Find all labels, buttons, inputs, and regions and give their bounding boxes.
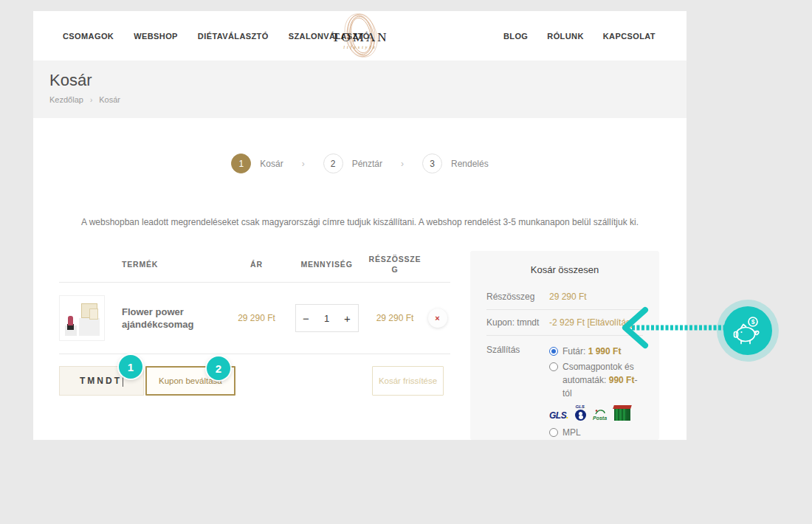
- courier-label: Futár:: [562, 346, 585, 356]
- text-cursor: [123, 375, 123, 387]
- step-separator-icon: ›: [302, 159, 305, 169]
- logo-wordmark: TOMAN: [331, 30, 388, 44]
- remove-item-button[interactable]: ×: [428, 308, 447, 328]
- breadcrumb: Kezdőlap › Kosár: [49, 95, 687, 104]
- thumbnail-box: [89, 308, 98, 320]
- step-1-label: Kosár: [260, 159, 283, 169]
- cart-table: TERMÉK ÁR MENNYISÉG RÉSZÖSSZEG Flower po…: [59, 249, 450, 396]
- nav-item-blog[interactable]: BLOG: [503, 32, 528, 41]
- shipping-row: Szállítás Futár: 1 990 Ft Csomagpontok é…: [486, 336, 643, 440]
- step-1-circle: 1: [231, 154, 251, 173]
- cart-table-header: TERMÉK ÁR MENNYISÉG RÉSZÖSSZEG: [59, 249, 450, 283]
- close-icon: ×: [435, 314, 439, 323]
- shipping-option-mpl[interactable]: MPL házhozszállítás: 1 990 Ft: [549, 426, 643, 440]
- breadcrumb-home[interactable]: Kezdőlap: [49, 95, 83, 104]
- coupon-row: TMNDT Kupon beváltása Kosár frissítése: [59, 366, 450, 396]
- radio-mpl[interactable]: [549, 428, 558, 437]
- shipping-notice: A webshopban leadott megrendeléseket csa…: [33, 217, 687, 227]
- shipping-options: Futár: 1 990 Ft Csomagpontok és automatá…: [549, 345, 643, 440]
- product-subtotal: 29 290 Ft: [365, 313, 424, 323]
- column-header-subtotal: RÉSZÖSSZEG: [365, 254, 424, 275]
- step-kosar: 1 Kosár: [231, 154, 283, 173]
- product-price: 29 290 Ft: [225, 313, 288, 323]
- nav-item-kapcsolat[interactable]: KAPCSOLAT: [603, 32, 656, 41]
- toman-logo[interactable]: TOMAN lifestyle: [320, 13, 401, 61]
- shipping-label: Szállítás: [486, 345, 549, 440]
- nav-item-webshop[interactable]: WEBSHOP: [134, 32, 178, 41]
- cart-page: { "brand": { "name": "TOMAN", "tagline":…: [0, 0, 812, 524]
- piggy-bank-icon: $: [723, 306, 772, 355]
- cart-item-row: Flower power ajándékcsomag 29 290 Ft − 1…: [59, 283, 450, 354]
- quantity-increase-button[interactable]: +: [337, 312, 358, 325]
- radio-pickup[interactable]: [549, 362, 558, 371]
- step-3-circle: 3: [422, 154, 442, 173]
- logo-tagline: lifestyle: [343, 45, 377, 49]
- step-rendeles: 3 Rendelés: [422, 154, 489, 173]
- page-title: Kosár: [49, 71, 687, 90]
- site-header: CSOMAGOK WEBSHOP DIÉTAVÁLASZTÓ SZALONVÁL…: [33, 11, 687, 61]
- product-name-link[interactable]: Flower power ajándékcsomag: [114, 306, 225, 331]
- quantity-stepper: − 1 +: [295, 304, 359, 332]
- shipping-option-pickup[interactable]: Csomagpontok és automaták: 990 Ft-tól: [549, 360, 643, 400]
- magyar-posta-logo: Posta: [593, 409, 607, 421]
- update-cart-button[interactable]: Kosár frissítése: [372, 366, 444, 396]
- step-2-label: Pénztár: [352, 159, 382, 169]
- breadcrumb-separator-icon: ›: [90, 96, 92, 104]
- breadcrumb-current: Kosár: [99, 95, 120, 104]
- courier-price: 1 990 Ft: [588, 346, 622, 356]
- thumbnail-pedestal: [79, 318, 100, 336]
- pickup-price: 990 Ft: [609, 375, 635, 385]
- nav-item-csomagok[interactable]: CSOMAGOK: [63, 32, 114, 41]
- step-2-circle: 2: [323, 154, 343, 173]
- quantity-decrease-button[interactable]: −: [296, 312, 317, 325]
- subtotal-value: 29 290 Ft: [549, 292, 587, 302]
- annotation-badge-2: 2: [207, 356, 230, 380]
- thumbnail-lipstick: [68, 316, 73, 325]
- carrier-logos: GLS. GLS. Posta: [549, 403, 643, 421]
- page-title-band: Kosár Kezdőlap › Kosár: [33, 61, 687, 118]
- product-thumbnail[interactable]: [59, 295, 105, 341]
- nav-item-dietavalaszto[interactable]: DIÉTAVÁLASZTÓ: [198, 32, 269, 41]
- summary-title: Kosár összesen: [470, 264, 659, 275]
- nav-item-rolunk[interactable]: RÓLUNK: [547, 32, 583, 41]
- quantity-cell: − 1 +: [288, 304, 365, 332]
- gls-logo: GLS.: [549, 410, 568, 421]
- subtotal-label: Részösszeg: [486, 292, 549, 302]
- step-penztar: 2 Pénztár: [323, 154, 382, 173]
- step-separator-icon: ›: [401, 159, 404, 169]
- gls-csomagpont-icon: GLS.: [575, 404, 586, 421]
- parcel-locker-icon: [613, 405, 631, 421]
- step-3-label: Rendelés: [451, 159, 489, 169]
- column-header-product: TERMÉK: [114, 260, 225, 269]
- radio-courier[interactable]: [549, 347, 558, 356]
- callout-arrow-icon: [619, 305, 731, 351]
- main-nav-right: BLOG RÓLUNK KAPCSOLAT: [503, 11, 656, 61]
- column-header-price: ÁR: [225, 260, 288, 269]
- mpl-label: MPL házhozszállítás:: [562, 427, 625, 440]
- column-header-quantity: MENNYISÉG: [288, 260, 365, 269]
- remove-cell: ×: [424, 308, 450, 328]
- annotation-badge-1: 1: [119, 355, 142, 379]
- checkout-steps: 1 Kosár › 2 Pénztár › 3 Rendelés: [33, 154, 687, 173]
- coupon-code-value: TMNDT: [80, 376, 122, 386]
- coupon-summary-label: Kupon: tmndt: [486, 317, 549, 328]
- svg-text:$: $: [751, 318, 755, 325]
- quantity-value[interactable]: 1: [317, 313, 337, 324]
